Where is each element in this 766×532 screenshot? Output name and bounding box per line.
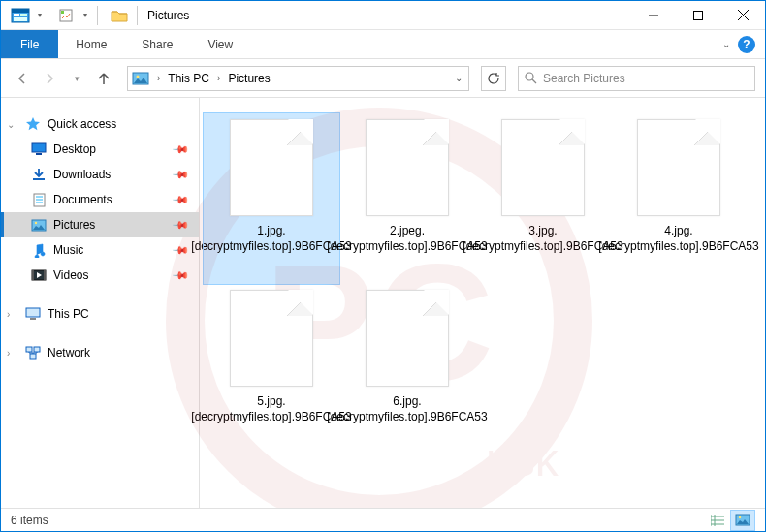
svg-rect-19 — [36, 153, 42, 155]
file-name-label: 6.jpg.[decryptmyfiles.top].9B6FCA53 — [321, 394, 493, 424]
folder-icon — [106, 6, 133, 25]
nav-item-desktop[interactable]: Desktop 📌 — [1, 137, 199, 162]
close-button[interactable] — [720, 1, 765, 30]
file-tab[interactable]: File — [1, 30, 58, 58]
network-icon — [24, 345, 42, 360]
chevron-right-icon[interactable]: › — [7, 309, 10, 320]
details-view-button[interactable] — [705, 510, 730, 531]
nav-label: Documents — [53, 193, 112, 206]
details-view-icon — [711, 515, 724, 526]
svg-point-15 — [137, 75, 140, 78]
search-icon — [525, 72, 537, 84]
forward-button[interactable] — [38, 67, 61, 90]
pin-icon: 📌 — [171, 240, 189, 259]
svg-point-41 — [739, 516, 741, 518]
chevron-down-icon[interactable]: ⌄ — [7, 119, 15, 130]
svg-line-17 — [532, 79, 536, 83]
file-thumbnail-icon — [230, 119, 313, 216]
recent-dropdown-icon[interactable]: ▾ — [65, 67, 88, 90]
pin-icon: 📌 — [171, 266, 189, 284]
address-bar: ▾ › This PC › Pictures ⌄ Search Pictures — [1, 59, 765, 98]
nav-item-videos[interactable]: Videos 📌 — [1, 263, 199, 288]
refresh-button[interactable] — [481, 66, 506, 91]
back-button[interactable] — [11, 67, 34, 90]
nav-label: This PC — [48, 307, 89, 321]
nav-label: Videos — [53, 268, 88, 282]
breadcrumb-sep-icon[interactable]: › — [213, 73, 224, 83]
file-item[interactable]: 2.jpeg.[decryptmyfiles.top].9B6FCA53 — [339, 113, 475, 284]
up-button[interactable] — [92, 67, 115, 90]
titlebar: ▾ ▾ Pictures — [1, 1, 765, 30]
svg-point-26 — [35, 221, 37, 223]
file-item[interactable]: 3.jpg.[decryptmyfiles.top].9B6FCA53 — [475, 113, 611, 284]
nav-label: Downloads — [53, 168, 111, 181]
svg-rect-34 — [30, 354, 36, 359]
svg-rect-20 — [33, 178, 45, 180]
nav-label: Quick access — [48, 117, 116, 131]
svg-rect-32 — [26, 347, 32, 352]
qat-dropdown-icon[interactable]: ▾ — [36, 11, 44, 19]
search-placeholder: Search Pictures — [543, 72, 625, 85]
file-item[interactable]: 4.jpg.[decryptmyfiles.top].9B6FCA53 — [611, 113, 747, 284]
nav-quick-access[interactable]: ⌄ Quick access — [1, 111, 199, 137]
svg-rect-5 — [14, 14, 19, 16]
nav-item-music[interactable]: Music 📌 — [1, 237, 199, 263]
svg-rect-7 — [14, 17, 27, 21]
svg-rect-29 — [44, 270, 46, 280]
tab-view[interactable]: View — [190, 30, 250, 58]
file-item[interactable]: 5.jpg.[decryptmyfiles.top].9B6FCA53 — [204, 284, 339, 454]
videos-icon — [30, 267, 48, 283]
window-title: Pictures — [145, 9, 189, 22]
svg-rect-4 — [12, 9, 29, 13]
qat-dropdown2-icon[interactable]: ▾ — [81, 11, 89, 19]
svg-rect-11 — [694, 11, 703, 19]
nav-label: Desktop — [53, 142, 96, 156]
pin-icon: 📌 — [171, 190, 189, 208]
file-item[interactable]: 1.jpg.[decryptmyfiles.top].9B6FCA53 — [204, 113, 339, 284]
thumbnails-view-icon — [735, 514, 750, 526]
nav-label: Pictures — [53, 218, 95, 232]
search-input[interactable]: Search Pictures — [518, 66, 755, 91]
tab-share[interactable]: Share — [124, 30, 190, 58]
tab-home[interactable]: Home — [58, 30, 124, 58]
file-list[interactable]: 1.jpg.[decryptmyfiles.top].9B6FCA532.jpe… — [200, 98, 765, 510]
file-thumbnail-icon — [366, 290, 449, 387]
expand-ribbon-icon[interactable]: ⌄ — [722, 39, 730, 49]
pin-icon: 📌 — [171, 215, 189, 234]
svg-rect-9 — [61, 11, 64, 14]
downloads-icon — [30, 167, 48, 182]
status-item-count: 6 items — [11, 514, 48, 527]
nav-label: Music — [53, 243, 83, 257]
nav-item-documents[interactable]: Documents 📌 — [1, 187, 199, 212]
desktop-icon — [30, 141, 48, 157]
nav-item-downloads[interactable]: Downloads 📌 — [1, 162, 199, 187]
breadcrumb-pictures[interactable]: Pictures — [226, 72, 271, 85]
qat-properties-icon[interactable] — [52, 6, 80, 25]
nav-network[interactable]: › Network — [1, 340, 199, 365]
file-name-label: 4.jpg.[decryptmyfiles.top].9B6FCA53 — [592, 224, 764, 254]
file-thumbnail-icon — [230, 290, 313, 387]
nav-item-pictures[interactable]: Pictures 📌 — [1, 212, 199, 237]
address-dropdown-icon[interactable]: ⌄ — [455, 73, 463, 83]
nav-label: Network — [48, 346, 90, 360]
app-icon — [7, 6, 34, 25]
help-icon[interactable]: ? — [738, 36, 755, 53]
star-icon — [24, 116, 42, 132]
thumbnails-view-button[interactable] — [730, 510, 755, 531]
nav-this-pc[interactable]: › This PC — [1, 301, 199, 327]
pin-icon: 📌 — [171, 165, 189, 183]
svg-rect-30 — [26, 308, 40, 317]
breadcrumb-this-pc[interactable]: This PC — [166, 72, 211, 85]
maximize-button[interactable] — [676, 1, 720, 30]
svg-rect-33 — [34, 347, 40, 352]
chevron-right-icon[interactable]: › — [7, 348, 10, 359]
minimize-button[interactable] — [631, 1, 676, 30]
file-item[interactable]: 6.jpg.[decryptmyfiles.top].9B6FCA53 — [339, 284, 475, 454]
breadcrumb[interactable]: › This PC › Pictures ⌄ — [127, 66, 469, 91]
breadcrumb-sep-icon[interactable]: › — [153, 73, 164, 83]
documents-icon — [30, 192, 48, 207]
file-thumbnail-icon — [637, 119, 720, 216]
svg-point-16 — [526, 73, 533, 80]
svg-rect-31 — [30, 318, 36, 320]
file-thumbnail-icon — [501, 119, 585, 216]
